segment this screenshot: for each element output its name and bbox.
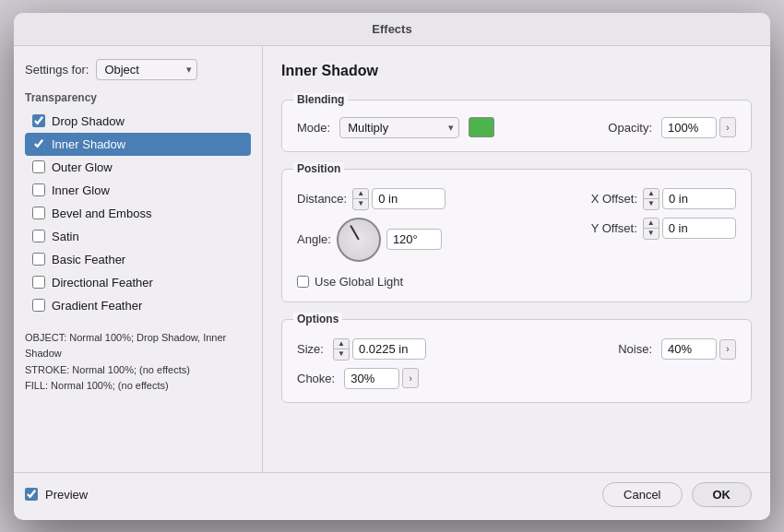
effect-label-directional-feather: Directional Feather: [52, 276, 153, 290]
effect-checkbox-outer-glow[interactable]: [32, 160, 45, 173]
angle-knob[interactable]: [337, 218, 381, 262]
effect-item-basic-feather[interactable]: Basic Feather: [25, 248, 251, 271]
cancel-button[interactable]: Cancel: [602, 482, 682, 507]
effect-item-directional-feather[interactable]: Directional Feather: [25, 271, 251, 294]
mode-select-wrapper: Multiply Normal Screen Overlay: [339, 117, 459, 138]
size-label: Size:: [297, 342, 324, 356]
effect-checkbox-gradient-feather[interactable]: [32, 299, 45, 312]
size-up-arrow[interactable]: ▲: [334, 339, 349, 349]
mode-label: Mode:: [297, 121, 330, 135]
effect-label-bevel-emboss: Bevel and Emboss: [52, 207, 151, 220]
effect-label-gradient-feather: Gradient Feather: [52, 299, 142, 313]
global-light-checkbox[interactable]: [297, 276, 309, 288]
preview-row: Preview: [25, 488, 88, 502]
angle-row: Angle:: [297, 218, 445, 262]
transparency-label: Transparency: [25, 91, 251, 104]
distance-stepper[interactable]: ▲ ▼: [352, 188, 369, 210]
settings-row: Settings for: Object Stroke Fill: [25, 59, 251, 80]
preview-label: Preview: [45, 488, 88, 502]
distance-label: Distance:: [297, 192, 347, 206]
effect-checkbox-satin[interactable]: [32, 230, 45, 242]
info-text: OBJECT: Normal 100%; Drop Shadow, Inner …: [25, 332, 226, 392]
opacity-input-group: ›: [661, 117, 736, 138]
effect-checkbox-inner-shadow[interactable]: [32, 137, 45, 150]
x-offset-input[interactable]: [662, 188, 736, 209]
global-light-label: Use Global Light: [315, 275, 403, 289]
y-offset-input[interactable]: [662, 218, 736, 239]
y-offset-up-arrow[interactable]: ▲: [644, 219, 659, 229]
angle-label: Angle:: [297, 232, 331, 246]
effect-label-inner-glow: Inner Glow: [52, 183, 110, 197]
settings-select[interactable]: Object Stroke Fill: [96, 59, 197, 80]
effect-item-gradient-feather[interactable]: Gradient Feather: [25, 294, 251, 317]
x-offset-row: X Offset: ▲ ▼: [591, 188, 736, 210]
position-title: Position: [293, 162, 344, 175]
settings-select-wrapper: Object Stroke Fill: [96, 59, 197, 80]
options-section: Options Size: ▲ ▼ Noise:: [281, 319, 752, 403]
pos-right: X Offset: ▲ ▼ Y Offset:: [591, 188, 736, 240]
distance-input-group: ▲ ▼: [352, 188, 445, 210]
x-offset-input-group: ▲ ▼: [643, 188, 736, 210]
choke-input[interactable]: [344, 368, 399, 389]
blending-section: Blending Mode: Multiply Normal Screen Ov…: [281, 100, 752, 152]
y-offset-stepper[interactable]: ▲ ▼: [643, 218, 659, 240]
y-offset-down-arrow[interactable]: ▼: [644, 229, 659, 239]
effect-item-inner-shadow[interactable]: Inner Shadow: [25, 133, 251, 156]
effect-item-outer-glow[interactable]: Outer Glow: [25, 156, 251, 179]
opacity-input[interactable]: [661, 117, 717, 138]
effects-dialog: Effects Settings for: Object Stroke Fill…: [14, 13, 770, 520]
options-title: Options: [293, 313, 342, 325]
noise-label: Noise:: [618, 342, 652, 356]
position-inner: Distance: ▲ ▼ Angle:: [297, 188, 736, 289]
effect-item-satin[interactable]: Satin: [25, 225, 251, 248]
dialog-footer: Preview Cancel OK: [14, 472, 770, 520]
y-offset-row: Y Offset: ▲ ▼: [591, 218, 736, 240]
ok-button[interactable]: OK: [692, 482, 753, 507]
noise-input[interactable]: [661, 338, 717, 360]
dialog-body: Settings for: Object Stroke Fill Transpa…: [14, 46, 770, 472]
blending-title: Blending: [293, 93, 348, 106]
noise-arrow-btn[interactable]: ›: [719, 339, 736, 360]
y-offset-label: Y Offset:: [591, 221, 637, 235]
effect-item-inner-glow[interactable]: Inner Glow: [25, 179, 251, 202]
effect-checkbox-directional-feather[interactable]: [32, 276, 45, 289]
x-offset-stepper[interactable]: ▲ ▼: [643, 188, 659, 210]
angle-input[interactable]: [386, 229, 442, 250]
size-stepper[interactable]: ▲ ▼: [333, 338, 350, 361]
choke-input-group: ›: [344, 368, 419, 389]
effect-label-outer-glow: Outer Glow: [52, 160, 113, 174]
effect-checkbox-inner-glow[interactable]: [32, 183, 45, 196]
x-offset-down-arrow[interactable]: ▼: [644, 199, 659, 209]
preview-checkbox[interactable]: [25, 488, 38, 501]
dialog-title: Effects: [372, 22, 411, 36]
color-swatch[interactable]: [469, 117, 494, 137]
distance-row: Distance: ▲ ▼: [297, 188, 445, 210]
x-offset-up-arrow[interactable]: ▲: [644, 189, 659, 199]
global-light-row: Use Global Light: [297, 275, 445, 289]
distance-down-arrow[interactable]: ▼: [353, 199, 368, 209]
effect-checkbox-bevel-emboss[interactable]: [32, 207, 45, 219]
position-section: Position Distance: ▲ ▼: [281, 169, 752, 302]
effect-checkbox-drop-shadow[interactable]: [32, 114, 45, 127]
effect-label-drop-shadow: Drop Shadow: [52, 114, 125, 128]
opacity-label: Opacity:: [608, 121, 652, 135]
right-panel: Inner Shadow Blending Mode: Multiply Nor…: [263, 46, 770, 472]
distance-input[interactable]: [372, 188, 445, 209]
settings-label: Settings for:: [25, 63, 89, 77]
size-input[interactable]: [352, 338, 426, 360]
opacity-arrow-btn[interactable]: ›: [719, 117, 736, 137]
info-box: OBJECT: Normal 100%; Drop Shadow, Inner …: [25, 330, 251, 459]
noise-input-group: ›: [661, 338, 736, 360]
distance-up-arrow[interactable]: ▲: [353, 189, 368, 199]
choke-label: Choke:: [297, 372, 335, 385]
effect-item-drop-shadow[interactable]: Drop Shadow: [25, 110, 251, 133]
dialog-titlebar: Effects: [14, 13, 770, 46]
effect-label-inner-shadow: Inner Shadow: [52, 137, 125, 151]
effect-item-bevel-emboss[interactable]: Bevel and Emboss: [25, 202, 251, 225]
effect-list: Drop Shadow Inner Shadow Outer Glow Inne…: [25, 110, 251, 317]
mode-select[interactable]: Multiply Normal Screen Overlay: [339, 117, 459, 138]
y-offset-input-group: ▲ ▼: [643, 218, 736, 240]
effect-checkbox-basic-feather[interactable]: [32, 253, 45, 266]
choke-arrow-btn[interactable]: ›: [402, 368, 419, 388]
size-down-arrow[interactable]: ▼: [334, 349, 349, 360]
